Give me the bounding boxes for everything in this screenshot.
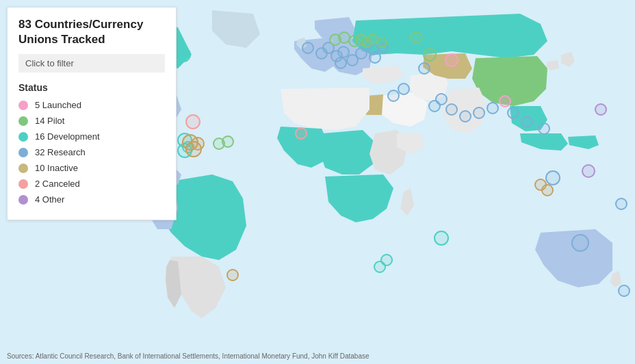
svg-point-53 [192,138,204,150]
status-dot-development [18,132,28,142]
svg-point-30 [487,103,498,114]
sidebar: 83 Countries/Currency Unions Tracked Cli… [7,7,177,220]
status-item-pilot[interactable]: 14 Pilot [18,116,165,126]
svg-point-32 [521,116,532,127]
svg-point-56 [227,270,238,281]
svg-point-37 [619,285,630,296]
status-label-canceled: 2 Canceled [35,179,80,189]
status-dot-pilot [18,116,28,126]
svg-point-58 [595,104,606,115]
svg-point-5 [226,211,239,224]
status-heading: Status [18,82,165,93]
status-item-development[interactable]: 16 Development [18,131,165,142]
status-dot-research [18,148,28,157]
svg-point-57 [582,165,595,177]
svg-point-15 [338,47,349,57]
svg-point-29 [474,107,484,118]
status-item-inactive[interactable]: 10 Inactive [18,163,165,173]
status-dot-other [18,195,28,205]
svg-point-62 [445,54,458,66]
svg-point-20 [370,52,380,63]
svg-point-55 [542,185,553,196]
sidebar-title: 83 Countries/Currency Unions Tracked [18,17,165,47]
status-label-pilot: 14 Pilot [35,116,64,126]
svg-point-61 [500,96,510,107]
svg-point-38 [186,115,200,129]
status-item-research[interactable]: 32 Research [18,147,165,157]
svg-point-41 [222,136,233,147]
svg-point-14 [335,57,346,68]
svg-point-49 [411,32,422,43]
status-item-canceled[interactable]: 2 Canceled [18,179,165,189]
status-item-launched[interactable]: 5 Launched [18,100,165,110]
svg-point-24 [419,63,430,74]
filter-hint[interactable]: Click to filter [18,54,165,73]
svg-point-23 [398,83,409,94]
svg-point-39 [296,128,307,139]
footer-text: Sources: Atlantic Council Research, Bank… [7,352,370,360]
status-item-other[interactable]: 4 Other [18,194,165,205]
svg-point-22 [388,90,399,101]
svg-point-7 [344,155,354,166]
svg-point-60 [381,255,392,265]
svg-point-6 [304,153,315,164]
status-dot-inactive [18,164,28,173]
svg-point-36 [616,198,627,209]
svg-point-26 [436,94,447,105]
status-label-inactive: 10 Inactive [35,163,78,173]
status-label-research: 32 Research [35,147,86,157]
svg-point-1 [177,48,190,62]
status-label-development: 16 Development [35,131,100,142]
svg-point-33 [539,123,549,134]
status-dot-launched [18,101,28,110]
svg-point-34 [546,171,560,185]
svg-point-27 [446,104,457,115]
svg-point-28 [460,111,471,122]
svg-point-8 [435,231,448,245]
svg-point-48 [377,38,387,47]
svg-point-10 [302,42,313,53]
svg-point-35 [572,235,588,251]
svg-point-47 [368,34,378,44]
svg-point-50 [424,49,436,61]
status-label-other: 4 Other [35,194,64,205]
svg-point-31 [508,107,519,118]
status-dot-canceled [18,179,28,189]
status-list: 5 Launched14 Pilot16 Development32 Resea… [18,100,165,205]
svg-point-43 [339,32,350,43]
status-label-launched: 5 Launched [35,100,81,110]
